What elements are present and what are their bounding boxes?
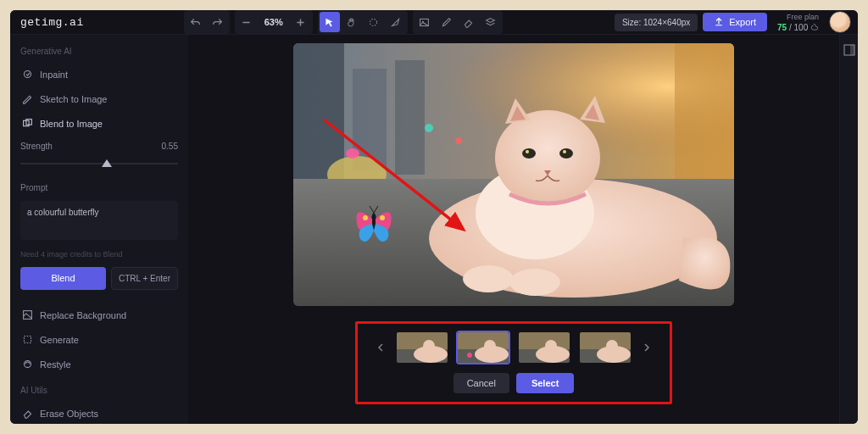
app-shell: getimg.ai 63% Size: 1024×640px — [10, 10, 858, 424]
lasso-tool-icon[interactable] — [386, 12, 406, 32]
svg-point-30 — [363, 215, 368, 220]
tool-group-1 — [318, 10, 408, 34]
strength-label: Strength — [20, 142, 53, 151]
sidebar-section-generative: Generative AI — [20, 47, 178, 56]
svg-rect-14 — [395, 60, 425, 175]
result-actions: Cancel Select — [453, 373, 575, 393]
slider-thumb-icon[interactable] — [102, 159, 112, 167]
hand-tool-icon[interactable] — [342, 12, 362, 32]
svg-point-25 — [522, 148, 536, 159]
zoom-percent[interactable]: 63% — [257, 17, 291, 27]
sidebar-item-inpaint[interactable]: Inpaint — [20, 64, 178, 84]
export-label: Export — [729, 17, 756, 27]
history-group — [184, 10, 230, 34]
svg-rect-12 — [675, 43, 734, 187]
export-icon — [714, 17, 724, 27]
svg-point-36 — [423, 340, 435, 352]
svg-rect-37 — [458, 332, 510, 349]
replace-bg-icon — [22, 309, 33, 320]
cursor-tool-icon[interactable] — [320, 12, 340, 32]
svg-rect-33 — [397, 332, 449, 349]
svg-point-28 — [563, 150, 566, 153]
brush-tool-icon[interactable] — [437, 12, 457, 32]
canvas-size-badge[interactable]: Size: 1024×640px — [615, 14, 698, 31]
canvas-image[interactable] — [293, 43, 734, 306]
svg-point-16 — [346, 148, 359, 159]
sketch-icon — [22, 93, 33, 104]
tool-group-2 — [413, 10, 503, 34]
blend-button[interactable]: Blend — [20, 267, 106, 290]
svg-point-49 — [606, 340, 618, 352]
plan-label: Free plan — [787, 13, 819, 21]
result-thumb-1[interactable] — [395, 331, 449, 364]
credits-counter: 75 / 100 — [777, 23, 819, 32]
sidebar-section-utils: AI Utils — [20, 386, 178, 395]
image-tool-icon[interactable] — [415, 12, 435, 32]
user-avatar[interactable] — [829, 11, 851, 33]
blend-action-row: Blend CTRL + Enter — [20, 267, 178, 290]
svg-point-31 — [380, 215, 385, 220]
svg-rect-46 — [580, 332, 632, 349]
zoom-group: 63% — [235, 10, 313, 34]
strength-slider[interactable] — [20, 158, 178, 170]
blend-icon — [22, 118, 33, 129]
svg-point-17 — [425, 124, 433, 132]
cancel-button[interactable]: Cancel — [453, 373, 509, 393]
sidebar-item-restyle[interactable]: Restyle — [20, 354, 178, 374]
results-panel: Cancel Select — [355, 321, 672, 404]
sidebar-item-replace-bg[interactable]: Replace Background — [20, 305, 178, 325]
result-thumb-2[interactable] — [456, 331, 510, 364]
svg-point-45 — [545, 340, 557, 352]
redo-icon[interactable] — [208, 12, 228, 32]
prev-result-button[interactable] — [373, 340, 388, 355]
sidebar-item-blend[interactable]: Blend to Image — [20, 114, 178, 133]
blend-shortcut-badge: CTRL + Enter — [111, 267, 178, 290]
select-button[interactable]: Select — [516, 373, 574, 393]
sidebar-item-generate[interactable]: Generate — [20, 330, 178, 349]
svg-point-27 — [526, 150, 529, 153]
right-rail — [839, 35, 858, 424]
generate-icon — [22, 334, 33, 345]
credits-icon — [810, 23, 819, 31]
plan-area: Free plan 75 / 100 — [777, 13, 819, 32]
marquee-tool-icon[interactable] — [364, 12, 384, 32]
prompt-label: Prompt — [20, 183, 178, 192]
svg-rect-42 — [519, 332, 571, 349]
strength-value: 0.55 — [162, 142, 178, 151]
zoom-in-button[interactable] — [291, 12, 311, 32]
svg-point-21 — [463, 265, 514, 292]
brand-logo: getimg.ai — [17, 16, 84, 29]
svg-rect-7 — [24, 336, 31, 342]
canvas-area: Cancel Select — [188, 35, 839, 424]
panel-toggle-icon[interactable] — [843, 43, 856, 57]
sidebar-item-sketch[interactable]: Sketch to Image — [20, 89, 178, 108]
svg-point-3 — [24, 70, 31, 77]
result-thumb-3[interactable] — [517, 331, 571, 364]
svg-point-0 — [370, 19, 377, 25]
svg-point-24 — [495, 110, 600, 205]
svg-point-22 — [509, 269, 560, 296]
strength-row: Strength 0.55 — [20, 142, 178, 151]
credit-hint: Need 4 image credits to Blend — [20, 250, 178, 259]
result-thumb-4[interactable] — [578, 331, 632, 364]
export-button[interactable]: Export — [703, 13, 767, 31]
svg-point-41 — [467, 353, 472, 358]
svg-point-26 — [559, 148, 573, 159]
layers-tool-icon[interactable] — [481, 12, 501, 32]
svg-point-18 — [455, 137, 462, 144]
undo-icon[interactable] — [186, 12, 206, 32]
restyle-icon — [22, 359, 33, 370]
inpaint-icon — [22, 69, 33, 80]
eraser-tool-icon[interactable] — [459, 12, 479, 32]
zoom-out-button[interactable] — [236, 12, 257, 32]
svg-rect-51 — [850, 45, 854, 55]
erase-icon — [22, 408, 33, 419]
top-bar: getimg.ai 63% Size: 1024×640px — [10, 10, 858, 35]
app-body: Generative AI Inpaint Sketch to Image Bl… — [10, 35, 858, 424]
thumbnail-row — [373, 331, 654, 364]
svg-point-40 — [484, 340, 496, 352]
sidebar: Generative AI Inpaint Sketch to Image Bl… — [10, 35, 188, 424]
next-result-button[interactable] — [639, 340, 654, 355]
prompt-textarea[interactable]: a colourful butterfly — [20, 201, 178, 240]
sidebar-item-erase[interactable]: Erase Objects — [20, 403, 178, 423]
